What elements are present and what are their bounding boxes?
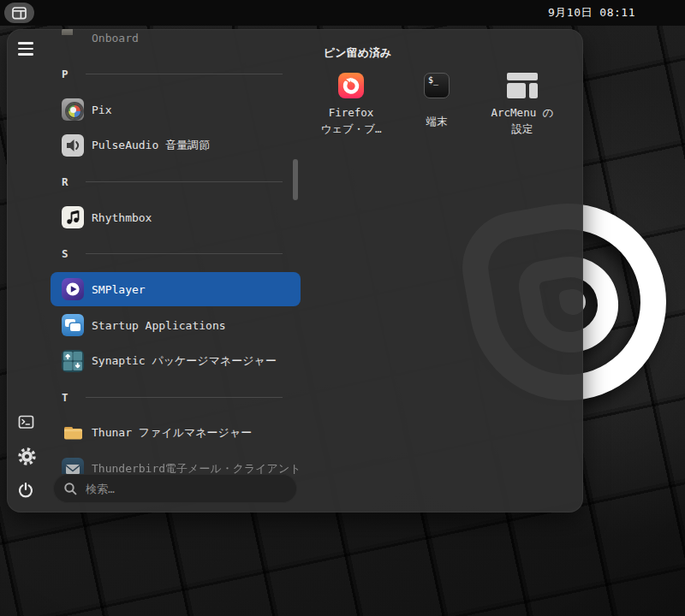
arcmenu-settings-icon (507, 73, 538, 98)
arcmenu-popup: Onboard P Pix PulseAudio 音量調節 R (7, 29, 583, 512)
power-icon (17, 481, 34, 498)
top-panel: 9月10日 08:11 (0, 0, 685, 26)
arcmenu-panel-button[interactable] (4, 3, 34, 23)
pinned-item-firefox[interactable]: Firefox ウェブ・ブ… (308, 72, 394, 137)
pinned-label-line: 端末 (426, 113, 448, 129)
terminal-shortcut-button[interactable] (17, 413, 34, 430)
pinned-item-arcmenu-settings[interactable]: ArcMenu の 設定 (480, 72, 565, 137)
app-label: Startup Applications (92, 319, 226, 332)
power-button[interactable] (17, 481, 34, 498)
synaptic-icon (62, 350, 84, 372)
section-header-r: R (51, 164, 301, 198)
scrollbar-thumb[interactable] (293, 159, 298, 200)
app-row-thunderbird[interactable]: Thunderbird電子メール・クライアント (51, 452, 301, 474)
section-letter: T (62, 391, 68, 404)
startup-applications-icon (62, 314, 84, 336)
gear-icon (18, 447, 36, 465)
pinned-label-line: ウェブ・ブ… (320, 121, 381, 137)
rhythmbox-icon (62, 206, 84, 228)
pinned-label-line: ArcMenu の (491, 104, 554, 121)
arcmenu-grid-icon (12, 7, 27, 20)
search-input[interactable] (86, 483, 283, 495)
pinned-item-terminal[interactable]: $_ 端末 (394, 72, 480, 137)
section-divider (86, 253, 283, 254)
thunderbird-icon (62, 458, 84, 474)
search-bar[interactable] (53, 474, 297, 503)
section-divider (86, 181, 283, 182)
hamburger-menu-button[interactable] (17, 42, 34, 56)
section-letter: P (62, 68, 68, 80)
section-divider (86, 74, 283, 74)
thunar-folder-icon (62, 422, 84, 444)
clock[interactable]: 9月10日 08:11 (548, 0, 635, 26)
section-letter: R (62, 175, 68, 188)
app-label: SMPlayer (92, 283, 146, 296)
app-label: Onboard (92, 32, 139, 44)
section-header-s: S (51, 236, 301, 270)
pinned-label-line: 設定 (491, 121, 554, 137)
section-header-t: T (51, 380, 301, 414)
app-label: Thunderbird電子メール・クライアント (92, 461, 301, 474)
app-label: Pix (92, 104, 111, 116)
app-row-pix[interactable]: Pix (51, 92, 301, 127)
pix-icon (62, 98, 84, 121)
onboard-icon (62, 29, 84, 49)
pinned-label-line: Firefox (320, 104, 381, 121)
app-row-pulseaudio[interactable]: PulseAudio 音量調節 (51, 128, 301, 163)
terminal-icon (18, 415, 34, 429)
app-label: Synaptic パッケージマネージャー (92, 353, 277, 369)
section-divider (86, 397, 283, 398)
settings-button[interactable] (17, 447, 36, 465)
section-header-p: P (51, 56, 301, 91)
pinned-section-header: ピン留め済み (324, 45, 391, 61)
firefox-icon (338, 73, 364, 98)
app-label: PulseAudio 音量調節 (92, 138, 210, 153)
terminal-app-icon: $_ (424, 73, 450, 98)
app-row-synaptic[interactable]: Synaptic パッケージマネージャー (51, 344, 301, 378)
app-row-smplayer[interactable]: SMPlayer (51, 272, 301, 306)
app-row-startup-applications[interactable]: Startup Applications (51, 308, 301, 342)
section-letter: S (62, 247, 68, 260)
terminal-prompt-glyph: $_ (428, 75, 438, 85)
search-icon (63, 482, 78, 496)
app-label: Rhythmbox (92, 211, 152, 224)
smplayer-icon (62, 278, 84, 300)
app-row-thunar[interactable]: Thunar ファイルマネージャー (51, 416, 301, 450)
app-list: Onboard P Pix PulseAudio 音量調節 R (45, 29, 312, 474)
app-row-rhythmbox[interactable]: Rhythmbox (51, 200, 301, 234)
app-label: Thunar ファイルマネージャー (92, 425, 252, 441)
pulseaudio-icon (62, 134, 84, 157)
app-row-onboard[interactable]: Onboard (51, 29, 301, 55)
